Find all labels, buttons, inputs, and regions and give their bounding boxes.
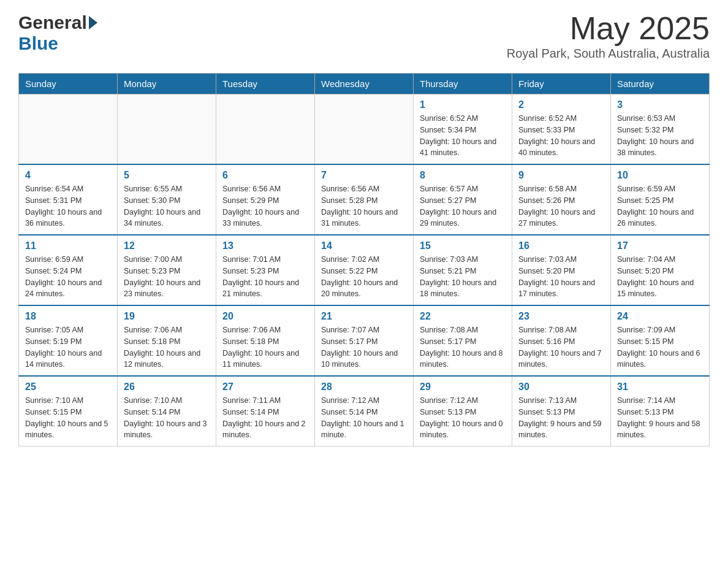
day-info: Sunrise: 6:57 AMSunset: 5:27 PMDaylight:…: [420, 183, 506, 229]
table-row: 18Sunrise: 7:05 AMSunset: 5:19 PMDayligh…: [19, 305, 118, 376]
day-info: Sunrise: 6:56 AMSunset: 5:28 PMDaylight:…: [321, 183, 407, 229]
table-row: 8Sunrise: 6:57 AMSunset: 5:27 PMDaylight…: [414, 164, 512, 235]
day-number: 24: [617, 311, 703, 322]
day-info: Sunrise: 7:12 AMSunset: 5:13 PMDaylight:…: [420, 395, 506, 441]
day-number: 12: [124, 240, 210, 251]
day-number: 22: [420, 311, 506, 322]
table-row: 12Sunrise: 7:00 AMSunset: 5:23 PMDayligh…: [118, 235, 216, 305]
calendar-header-row: Sunday Monday Tuesday Wednesday Thursday…: [19, 74, 710, 94]
day-number: 26: [124, 381, 210, 393]
day-number: 21: [321, 311, 407, 322]
day-number: 19: [124, 311, 210, 322]
col-monday: Monday: [118, 74, 216, 94]
day-info: Sunrise: 6:52 AMSunset: 5:33 PMDaylight:…: [518, 113, 604, 159]
day-info: Sunrise: 7:01 AMSunset: 5:23 PMDaylight:…: [222, 254, 308, 300]
logo-general-text: General: [18, 12, 87, 33]
day-info: Sunrise: 7:03 AMSunset: 5:21 PMDaylight:…: [420, 254, 506, 300]
day-number: 29: [420, 381, 506, 393]
col-saturday: Saturday: [611, 74, 710, 94]
day-info: Sunrise: 7:11 AMSunset: 5:14 PMDaylight:…: [222, 395, 308, 441]
day-number: 4: [25, 170, 111, 181]
table-row: 13Sunrise: 7:01 AMSunset: 5:23 PMDayligh…: [216, 235, 315, 305]
day-info: Sunrise: 7:05 AMSunset: 5:19 PMDaylight:…: [25, 324, 111, 370]
day-number: 6: [222, 170, 308, 181]
table-row: [315, 94, 414, 165]
calendar-week-row: 11Sunrise: 6:59 AMSunset: 5:24 PMDayligh…: [19, 235, 710, 305]
day-info: Sunrise: 7:06 AMSunset: 5:18 PMDaylight:…: [222, 324, 308, 370]
table-row: [19, 94, 118, 165]
logo-blue-text: Blue: [18, 33, 58, 53]
table-row: [216, 94, 315, 165]
calendar-week-row: 18Sunrise: 7:05 AMSunset: 5:19 PMDayligh…: [19, 305, 710, 376]
day-number: 16: [518, 240, 604, 251]
col-sunday: Sunday: [19, 74, 118, 94]
table-row: 28Sunrise: 7:12 AMSunset: 5:14 PMDayligh…: [315, 376, 414, 446]
day-number: 7: [321, 170, 407, 181]
table-row: 26Sunrise: 7:10 AMSunset: 5:14 PMDayligh…: [118, 376, 216, 446]
day-info: Sunrise: 7:03 AMSunset: 5:20 PMDaylight:…: [518, 254, 604, 300]
day-info: Sunrise: 7:04 AMSunset: 5:20 PMDaylight:…: [617, 254, 703, 300]
day-info: Sunrise: 7:07 AMSunset: 5:17 PMDaylight:…: [321, 324, 407, 370]
day-number: 2: [518, 99, 604, 110]
col-thursday: Thursday: [414, 74, 512, 94]
logo-arrow-icon: [89, 16, 97, 29]
logo: General Blue: [18, 12, 99, 54]
day-info: Sunrise: 6:52 AMSunset: 5:34 PMDaylight:…: [420, 113, 506, 159]
day-number: 11: [25, 240, 111, 251]
day-number: 14: [321, 240, 407, 251]
day-info: Sunrise: 6:55 AMSunset: 5:30 PMDaylight:…: [124, 183, 210, 229]
day-number: 17: [617, 240, 703, 251]
day-info: Sunrise: 6:54 AMSunset: 5:31 PMDaylight:…: [25, 183, 111, 229]
day-number: 5: [124, 170, 210, 181]
day-info: Sunrise: 6:58 AMSunset: 5:26 PMDaylight:…: [518, 183, 604, 229]
table-row: 25Sunrise: 7:10 AMSunset: 5:15 PMDayligh…: [19, 376, 118, 446]
calendar-week-row: 4Sunrise: 6:54 AMSunset: 5:31 PMDaylight…: [19, 164, 710, 235]
month-title: May 2025: [507, 12, 710, 44]
table-row: 20Sunrise: 7:06 AMSunset: 5:18 PMDayligh…: [216, 305, 315, 376]
table-row: 14Sunrise: 7:02 AMSunset: 5:22 PMDayligh…: [315, 235, 414, 305]
table-row: 24Sunrise: 7:09 AMSunset: 5:15 PMDayligh…: [611, 305, 710, 376]
day-number: 8: [420, 170, 506, 181]
day-info: Sunrise: 7:00 AMSunset: 5:23 PMDaylight:…: [124, 254, 210, 300]
day-info: Sunrise: 7:08 AMSunset: 5:17 PMDaylight:…: [420, 324, 506, 370]
col-tuesday: Tuesday: [216, 74, 315, 94]
page-header: General Blue May 2025 Royal Park, South …: [18, 12, 710, 61]
col-friday: Friday: [512, 74, 611, 94]
table-row: 17Sunrise: 7:04 AMSunset: 5:20 PMDayligh…: [611, 235, 710, 305]
table-row: 15Sunrise: 7:03 AMSunset: 5:21 PMDayligh…: [414, 235, 512, 305]
day-number: 1: [420, 99, 506, 110]
day-info: Sunrise: 7:09 AMSunset: 5:15 PMDaylight:…: [617, 324, 703, 370]
calendar-week-row: 25Sunrise: 7:10 AMSunset: 5:15 PMDayligh…: [19, 376, 710, 446]
table-row: 23Sunrise: 7:08 AMSunset: 5:16 PMDayligh…: [512, 305, 611, 376]
table-row: 2Sunrise: 6:52 AMSunset: 5:33 PMDaylight…: [512, 94, 611, 165]
day-info: Sunrise: 6:53 AMSunset: 5:32 PMDaylight:…: [617, 113, 703, 159]
day-number: 30: [518, 381, 604, 393]
day-info: Sunrise: 7:10 AMSunset: 5:14 PMDaylight:…: [124, 395, 210, 441]
col-wednesday: Wednesday: [315, 74, 414, 94]
table-row: 29Sunrise: 7:12 AMSunset: 5:13 PMDayligh…: [414, 376, 512, 446]
day-info: Sunrise: 7:08 AMSunset: 5:16 PMDaylight:…: [518, 324, 604, 370]
table-row: 21Sunrise: 7:07 AMSunset: 5:17 PMDayligh…: [315, 305, 414, 376]
table-row: 31Sunrise: 7:14 AMSunset: 5:13 PMDayligh…: [611, 376, 710, 446]
table-row: 16Sunrise: 7:03 AMSunset: 5:20 PMDayligh…: [512, 235, 611, 305]
day-info: Sunrise: 6:56 AMSunset: 5:29 PMDaylight:…: [222, 183, 308, 229]
table-row: 19Sunrise: 7:06 AMSunset: 5:18 PMDayligh…: [118, 305, 216, 376]
day-info: Sunrise: 7:10 AMSunset: 5:15 PMDaylight:…: [25, 395, 111, 441]
day-info: Sunrise: 7:06 AMSunset: 5:18 PMDaylight:…: [124, 324, 210, 370]
table-row: 30Sunrise: 7:13 AMSunset: 5:13 PMDayligh…: [512, 376, 611, 446]
table-row: 9Sunrise: 6:58 AMSunset: 5:26 PMDaylight…: [512, 164, 611, 235]
table-row: 6Sunrise: 6:56 AMSunset: 5:29 PMDaylight…: [216, 164, 315, 235]
day-number: 25: [25, 381, 111, 393]
day-info: Sunrise: 7:13 AMSunset: 5:13 PMDaylight:…: [518, 395, 604, 441]
table-row: 5Sunrise: 6:55 AMSunset: 5:30 PMDaylight…: [118, 164, 216, 235]
day-number: 23: [518, 311, 604, 322]
table-row: 7Sunrise: 6:56 AMSunset: 5:28 PMDaylight…: [315, 164, 414, 235]
table-row: 3Sunrise: 6:53 AMSunset: 5:32 PMDaylight…: [611, 94, 710, 165]
calendar-week-row: 1Sunrise: 6:52 AMSunset: 5:34 PMDaylight…: [19, 94, 710, 165]
table-row: 11Sunrise: 6:59 AMSunset: 5:24 PMDayligh…: [19, 235, 118, 305]
day-number: 28: [321, 381, 407, 393]
day-number: 9: [518, 170, 604, 181]
title-section: May 2025 Royal Park, South Australia, Au…: [507, 12, 710, 61]
table-row: [118, 94, 216, 165]
location-title: Royal Park, South Australia, Australia: [507, 47, 710, 61]
